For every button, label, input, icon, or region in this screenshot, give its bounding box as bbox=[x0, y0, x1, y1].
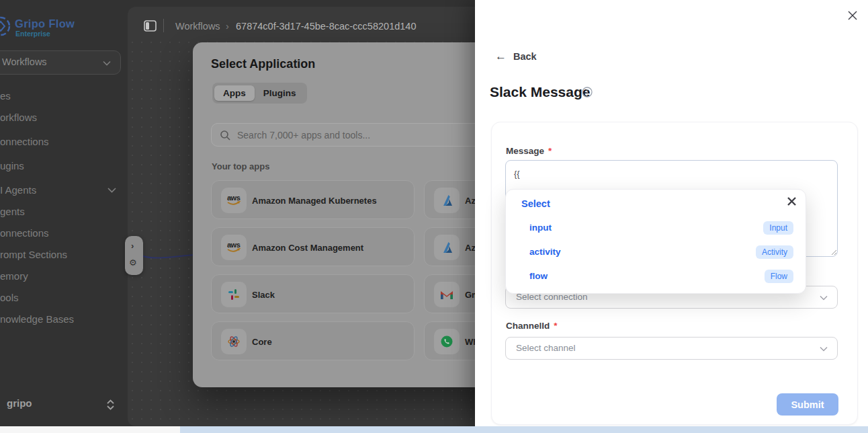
chevron-down-icon bbox=[103, 61, 111, 66]
azure-icon bbox=[434, 188, 460, 213]
back-arrow-icon: ← bbox=[495, 50, 507, 63]
workspace-select-value: Workflows bbox=[2, 56, 47, 67]
workspace-select[interactable]: Workflows bbox=[0, 50, 121, 75]
whatsapp-icon bbox=[434, 329, 460, 354]
picker-item-badge: Flow bbox=[765, 270, 793, 283]
channel-placeholder: Select channel bbox=[516, 343, 576, 353]
slack-icon bbox=[221, 282, 247, 307]
svg-text:aws: aws bbox=[227, 194, 241, 202]
app-name: Amazon Cost Management bbox=[252, 228, 363, 267]
app-name: Amazon Managed Kubernetes bbox=[252, 181, 377, 220]
channelid-label: ChannelId* bbox=[506, 321, 558, 331]
app-card-slack[interactable]: Slack bbox=[211, 274, 415, 313]
search-icon bbox=[220, 130, 230, 141]
app-name: Slack bbox=[252, 275, 275, 314]
chevron-down-icon bbox=[820, 295, 828, 301]
sidebar-item-knowledge-bases[interactable]: nowledge Bases bbox=[0, 313, 74, 327]
sidebar-item-connections[interactable]: onnections bbox=[0, 136, 49, 149]
expand-panel-button[interactable]: › bbox=[131, 241, 134, 251]
info-icon[interactable] bbox=[582, 87, 593, 97]
picker-item-label: flow bbox=[529, 271, 548, 281]
apps-plugins-tabs: Apps Plugins bbox=[212, 83, 307, 104]
gmail-icon bbox=[434, 282, 460, 307]
canvas-toolbar: › ⚙ bbox=[125, 236, 143, 275]
sidebar-toggle-icon[interactable] bbox=[144, 19, 157, 32]
picker-item-badge: Activity bbox=[756, 245, 793, 259]
app-name: Core bbox=[252, 322, 272, 361]
app-card-core[interactable]: Core bbox=[211, 321, 415, 360]
resize-handle[interactable] bbox=[830, 249, 837, 255]
picker-item-input[interactable]: input Input bbox=[506, 219, 807, 238]
app-card-amazon-cost-management[interactable]: aws Amazon Cost Management bbox=[211, 227, 415, 266]
sidebar-item-memory[interactable]: emory bbox=[0, 270, 28, 284]
tab-apps[interactable]: Apps bbox=[214, 85, 255, 101]
bottom-strip-left bbox=[0, 426, 180, 433]
top-apps-heading: Your top apps bbox=[212, 161, 269, 171]
settings-gear-button[interactable]: ⚙ bbox=[129, 258, 137, 268]
sidebar-item-workflows[interactable]: orkflows bbox=[0, 112, 37, 125]
unfold-icon bbox=[106, 399, 115, 411]
message-label: Message* bbox=[506, 146, 552, 156]
label-text: ChannelId bbox=[506, 321, 550, 331]
sidebar-item-plugins[interactable]: ugins bbox=[0, 160, 24, 173]
breadcrumb-separator-icon: › bbox=[226, 21, 229, 32]
expression-picker-dropdown: Select input Input activity Activity flo… bbox=[505, 189, 806, 294]
gripo-logo-icon bbox=[0, 15, 12, 38]
picker-title: Select bbox=[521, 198, 550, 209]
submit-button[interactable]: Submit bbox=[777, 393, 838, 416]
picker-item-label: input bbox=[529, 223, 552, 233]
close-icon[interactable] bbox=[847, 10, 858, 21]
sidebar-item-tools[interactable]: ools bbox=[0, 292, 19, 305]
bottom-strip-right[interactable] bbox=[180, 426, 868, 433]
sidebar-item-label: I Agents bbox=[0, 184, 36, 196]
azure-icon bbox=[434, 235, 460, 260]
picker-item-flow[interactable]: flow Flow bbox=[506, 268, 807, 286]
tab-plugins[interactable]: Plugins bbox=[255, 85, 305, 101]
sidebar-item-agents[interactable]: gents bbox=[0, 206, 25, 219]
svg-text:aws: aws bbox=[227, 241, 241, 249]
sidebar-item-prompt-sections[interactable]: rompt Sections bbox=[0, 249, 67, 262]
aws-icon: aws bbox=[221, 235, 247, 260]
brand-tier: Enterprise bbox=[15, 30, 50, 38]
required-asterisk: * bbox=[548, 146, 552, 156]
breadcrumb-workflows[interactable]: Workflows bbox=[175, 21, 220, 32]
org-switcher[interactable]: gripo bbox=[7, 397, 121, 412]
required-asterisk: * bbox=[554, 321, 557, 331]
chevron-down-icon bbox=[820, 346, 828, 352]
picker-item-label: activity bbox=[529, 247, 561, 257]
app-card-amazon-managed-kubernetes[interactable]: aws Amazon Managed Kubernetes bbox=[211, 180, 415, 219]
breadcrumb-workflow-id: 67874c0f-3d17-45be-8cac-ccc58201d140 bbox=[236, 21, 416, 32]
core-icon bbox=[221, 329, 247, 354]
header-divider bbox=[163, 19, 164, 32]
org-name: gripo bbox=[7, 397, 32, 409]
panel-title: Slack Message bbox=[490, 84, 590, 100]
modal-title: Select Application bbox=[211, 57, 315, 71]
label-text: Message bbox=[506, 146, 544, 156]
brand-name: Gripo Flow bbox=[15, 17, 75, 30]
aws-icon: aws bbox=[221, 188, 247, 213]
chevron-down-icon bbox=[107, 187, 116, 193]
picker-item-badge: Input bbox=[763, 221, 793, 235]
sidebar-item-ai-agents[interactable]: I Agents bbox=[0, 184, 36, 198]
back-label: Back bbox=[513, 51, 537, 62]
sidebar-item-0[interactable]: es bbox=[0, 90, 11, 104]
sidebar-item-agent-connections[interactable]: onnections bbox=[0, 227, 49, 241]
picker-item-activity[interactable]: activity Activity bbox=[506, 243, 807, 262]
channel-select[interactable]: Select channel bbox=[505, 337, 838, 360]
picker-close-icon[interactable] bbox=[787, 196, 797, 206]
back-button[interactable]: ← Back bbox=[495, 50, 537, 63]
